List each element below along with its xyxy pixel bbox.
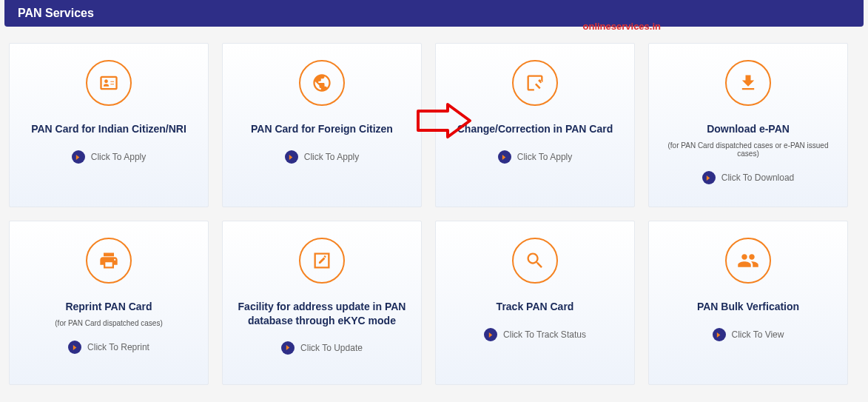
card-title: PAN Card for Foreign Citizen bbox=[239, 122, 405, 137]
track-link[interactable]: Click To Track Status bbox=[484, 328, 586, 341]
action-label: Click To Apply bbox=[304, 152, 359, 162]
card-subtitle: (for PAN Card dispatched cases or e-PAN … bbox=[649, 141, 847, 158]
card-title: Facility for address update in PAN datab… bbox=[223, 300, 421, 328]
id-card-icon bbox=[86, 60, 132, 106]
action-label: Click To Download bbox=[721, 172, 795, 183]
card-subtitle: (for PAN Card dispatched cases) bbox=[47, 319, 169, 327]
card-title: Download e-PAN bbox=[695, 122, 801, 137]
arrow-badge-icon bbox=[713, 328, 726, 341]
page-header: PAN Services bbox=[4, 0, 864, 27]
card-title: Change/Correction in PAN Card bbox=[445, 122, 625, 137]
card-change-correction[interactable]: Change/Correction in PAN Card Click To A… bbox=[435, 43, 635, 207]
arrow-badge-icon bbox=[68, 341, 81, 354]
card-title: PAN Bulk Verfication bbox=[685, 300, 811, 315]
action-label: Click To Track Status bbox=[503, 329, 586, 340]
globe-icon bbox=[299, 60, 345, 106]
arrow-badge-icon bbox=[702, 171, 716, 184]
action-label: Click To Update bbox=[300, 343, 363, 353]
card-title: Reprint PAN Card bbox=[53, 300, 164, 315]
action-label: Click To Apply bbox=[91, 152, 146, 162]
arrow-badge-icon bbox=[498, 150, 511, 164]
card-indian-citizen[interactable]: PAN Card for Indian Citizen/NRI Click To… bbox=[9, 43, 209, 207]
card-title: PAN Card for Indian Citizen/NRI bbox=[19, 122, 198, 137]
reprint-link[interactable]: Click To Reprint bbox=[68, 341, 149, 354]
watermark-text: onlineservices.in bbox=[583, 21, 662, 32]
search-icon bbox=[512, 238, 558, 284]
view-link[interactable]: Click To View bbox=[713, 328, 784, 341]
arrow-badge-icon bbox=[285, 150, 298, 164]
card-reprint-pan[interactable]: Reprint PAN Card (for PAN Card dispatche… bbox=[9, 221, 209, 385]
card-address-update[interactable]: Facility for address update in PAN datab… bbox=[222, 221, 422, 385]
page-title: PAN Services bbox=[18, 7, 94, 19]
apply-link[interactable]: Click To Apply bbox=[285, 150, 359, 164]
download-link[interactable]: Click To Download bbox=[702, 171, 795, 184]
edit-square-icon bbox=[512, 60, 558, 106]
card-track-pan[interactable]: Track PAN Card Click To Track Status bbox=[435, 221, 635, 385]
card-bulk-verification[interactable]: PAN Bulk Verfication Click To View bbox=[648, 221, 848, 385]
card-download-epan[interactable]: Download e-PAN (for PAN Card dispatched … bbox=[648, 43, 848, 207]
apply-link[interactable]: Click To Apply bbox=[72, 150, 146, 164]
action-label: Click To Apply bbox=[517, 152, 572, 162]
action-label: Click To Reprint bbox=[87, 342, 149, 352]
arrow-badge-icon bbox=[72, 150, 85, 164]
services-grid: PAN Card for Indian Citizen/NRI Click To… bbox=[0, 27, 868, 385]
pencil-square-icon bbox=[299, 238, 345, 284]
download-icon bbox=[725, 60, 771, 106]
apply-link[interactable]: Click To Apply bbox=[498, 150, 572, 164]
print-icon bbox=[86, 238, 132, 284]
update-link[interactable]: Click To Update bbox=[281, 341, 363, 355]
users-icon bbox=[725, 238, 771, 284]
arrow-badge-icon bbox=[281, 341, 295, 355]
arrow-badge-icon bbox=[484, 328, 497, 341]
action-label: Click To View bbox=[732, 329, 784, 340]
card-foreign-citizen[interactable]: PAN Card for Foreign Citizen Click To Ap… bbox=[222, 43, 422, 207]
card-title: Track PAN Card bbox=[485, 300, 586, 315]
